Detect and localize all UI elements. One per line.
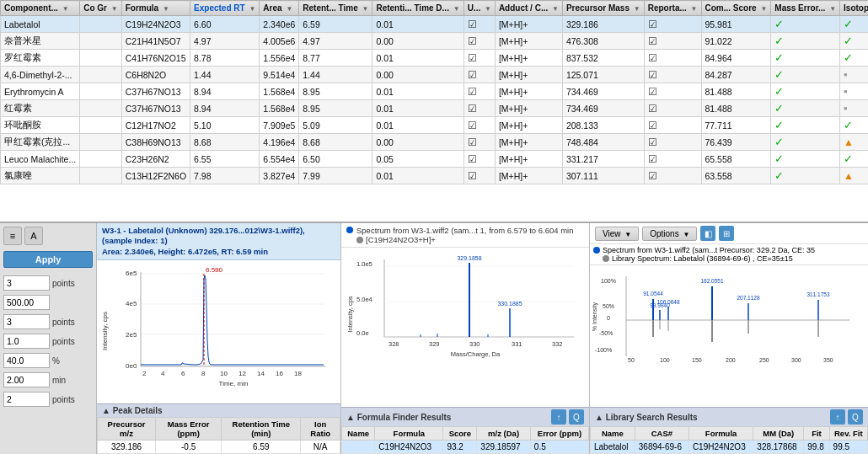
table-row[interactable]: Leuco Malachite...C23H26N26.556.554e46.5… bbox=[1, 151, 869, 168]
svg-text:207.1128: 207.1128 bbox=[737, 295, 759, 301]
filter-icon11: ▼ bbox=[691, 5, 698, 13]
table-cell: 0.01 bbox=[372, 16, 463, 33]
formula-results-bar[interactable]: ▲ Formula Finder Results ↑ Q bbox=[341, 407, 589, 426]
table-cell: 2.340e6 bbox=[260, 16, 299, 33]
formula-results-buttons: ↑ Q bbox=[551, 409, 584, 425]
param-label-1: points bbox=[52, 279, 75, 288]
table-row[interactable]: Erythromycin AC37H67NO138.941.568e48.950… bbox=[1, 83, 869, 100]
lib-search-buttons: ↑ Q bbox=[830, 409, 863, 425]
table-row[interactable]: LabetalolC19H24N2O36.602.340e66.590.01☑[… bbox=[1, 16, 869, 33]
table-cell: C21H41N5O7 bbox=[121, 33, 190, 50]
table-cell: ☑ bbox=[644, 117, 701, 134]
table-cell: ☑ bbox=[463, 16, 495, 33]
table-cell: 8.77 bbox=[299, 50, 372, 67]
check-icon: ✓ bbox=[844, 35, 853, 47]
chromatogram-panel: W3-1 - Labetalol (Unknown) 329.176...012… bbox=[97, 223, 341, 454]
col-com-score[interactable]: Com... Score ▼ bbox=[701, 1, 771, 16]
param-input-7[interactable] bbox=[3, 392, 50, 407]
col-u[interactable]: U... ▼ bbox=[463, 1, 495, 16]
table-cell: C13H12F2N6O bbox=[121, 168, 190, 184]
table-row[interactable]: 奈普米星C21H41N5O74.974.005e64.970.00☑[M+H]+… bbox=[1, 33, 869, 50]
table-cell: 476.308 bbox=[562, 33, 644, 50]
table-cell: 95.981 bbox=[701, 16, 771, 33]
col-isotope-confi[interactable]: Isotope Confi... ▼ bbox=[840, 1, 868, 16]
reporta-checkbox: ☑ bbox=[648, 120, 657, 131]
table-cell: C41H76N2O15 bbox=[121, 50, 190, 67]
table-row[interactable]: 甲红霉素(克拉...C38H69NO138.684.196e48.680.00☑… bbox=[1, 134, 869, 151]
check-icon: ✓ bbox=[774, 35, 784, 47]
col-precursor-mass[interactable]: Precursor Mass ▼ bbox=[562, 1, 644, 16]
col-formula[interactable]: Formula ▼ bbox=[121, 1, 190, 16]
chrom-content: Intensity, cps 6e5 4e5 2e5 0e0 2 4 6 8 bbox=[97, 260, 340, 403]
param-input-4[interactable] bbox=[3, 334, 50, 349]
lib-col-formula: Formula bbox=[689, 427, 753, 441]
param-input-5[interactable] bbox=[3, 353, 50, 368]
view-button[interactable]: View ▼ bbox=[595, 227, 639, 241]
lib-search-btn2[interactable]: Q bbox=[848, 409, 863, 425]
table-cell: C38H69NO13 bbox=[121, 134, 190, 151]
table-cell bbox=[80, 168, 121, 184]
reporta-checkbox: ☑ bbox=[648, 103, 657, 115]
col-adduct[interactable]: Adduct / C... ▼ bbox=[495, 1, 562, 16]
table-row[interactable]: 红霉素C37H67NO138.941.568e48.950.01☑[M+H]+7… bbox=[1, 100, 869, 117]
table-cell: 6.50 bbox=[299, 151, 372, 168]
check-icon: ✓ bbox=[774, 51, 784, 64]
formula-results-btn1[interactable]: ↑ bbox=[551, 409, 566, 425]
check-icon: ✓ bbox=[774, 169, 784, 182]
lib-revfit-val: 99.5 bbox=[829, 441, 867, 454]
apply-button[interactable]: Apply bbox=[3, 251, 93, 268]
menu-icon-btn[interactable]: ≡ bbox=[3, 227, 22, 245]
peak-details-bar[interactable]: ▲ Peak Details bbox=[97, 403, 340, 417]
table-cell: 4.005e6 bbox=[260, 33, 299, 50]
options-btn-label: Options bbox=[650, 229, 678, 238]
table-cell: 4.97 bbox=[299, 33, 372, 50]
lib-icon-btn1[interactable]: ◧ bbox=[700, 226, 715, 241]
col-cogr[interactable]: Co Gr ▼ bbox=[80, 1, 121, 16]
svg-text:Intensity, cps: Intensity, cps bbox=[346, 296, 354, 332]
table-cell: 1.568e4 bbox=[260, 100, 299, 117]
svg-text:18: 18 bbox=[294, 370, 302, 377]
table-row[interactable]: 罗红霉素C41H76N2O158.781.556e48.770.01☑[M+H]… bbox=[1, 50, 869, 67]
reporta-checkbox: ☑ bbox=[648, 69, 657, 81]
table-cell: 1.556e4 bbox=[260, 50, 299, 67]
spectrum-chart-container: Intensity, cps 1.0e5 5.0e4 0.0e 328 329 … bbox=[341, 248, 589, 407]
table-cell: ☑ bbox=[463, 151, 495, 168]
check-icon: ✓ bbox=[774, 136, 784, 148]
param-input-3[interactable] bbox=[3, 314, 50, 329]
col-expected-rt[interactable]: Expected RT ▼ bbox=[190, 1, 260, 16]
table-cell: 3.827e4 bbox=[260, 168, 299, 184]
table-cell: 748.484 bbox=[562, 134, 644, 151]
param-input-2[interactable] bbox=[3, 295, 50, 310]
col-retent-time[interactable]: Retent... Time ▼ bbox=[299, 1, 372, 16]
table-cell: ✓ bbox=[771, 151, 840, 168]
table-cell: ☑ bbox=[463, 83, 495, 100]
formula-results-btn2[interactable]: Q bbox=[569, 409, 584, 425]
check-icon: ✓ bbox=[774, 102, 784, 115]
param-input-1[interactable] bbox=[3, 275, 50, 291]
svg-text:330: 330 bbox=[469, 340, 480, 348]
col-reporta[interactable]: Reporta... ▼ bbox=[644, 1, 701, 16]
lib-col-name: Name bbox=[591, 427, 635, 441]
param-row-6: min bbox=[3, 372, 93, 387]
options-button[interactable]: Options ▼ bbox=[642, 227, 697, 241]
col-mass-error[interactable]: Mass Error... ▼ bbox=[771, 1, 840, 16]
table-row[interactable]: 环吡酮胺C12H17NO25.107.909e55.090.01☑[M+H]+2… bbox=[1, 117, 869, 134]
table-cell: 84.964 bbox=[701, 50, 771, 67]
table-row[interactable]: 4,6-Dimethyl-2-...C6H8N2O1.449.514e41.44… bbox=[1, 67, 869, 83]
table-cell: 76.439 bbox=[701, 134, 771, 151]
filter-icon9: ▼ bbox=[552, 5, 559, 13]
formula-formula-val: C19H24N2O3 bbox=[375, 441, 443, 454]
lib-search-bar[interactable]: ▲ Library Search Results ↑ Q bbox=[590, 407, 868, 426]
col-area[interactable]: Area ▼ bbox=[260, 1, 299, 16]
font-icon-btn[interactable]: A bbox=[24, 227, 43, 245]
svg-text:16: 16 bbox=[276, 370, 283, 377]
lib-icon-btn2[interactable]: ⊞ bbox=[719, 226, 734, 241]
param-input-6[interactable] bbox=[3, 372, 50, 387]
lib-search-btn1[interactable]: ↑ bbox=[830, 409, 845, 425]
col-retenti-time-d[interactable]: Retenti... Time D... ▼ bbox=[372, 1, 463, 16]
table-cell bbox=[80, 134, 121, 151]
col-component[interactable]: Component... ▼ bbox=[1, 1, 80, 16]
svg-text:200: 200 bbox=[726, 357, 736, 363]
table-cell: 6.554e4 bbox=[260, 151, 299, 168]
table-row[interactable]: 氯康唑C13H12F2N6O7.983.827e47.990.01☑[M+H]+… bbox=[1, 168, 869, 184]
